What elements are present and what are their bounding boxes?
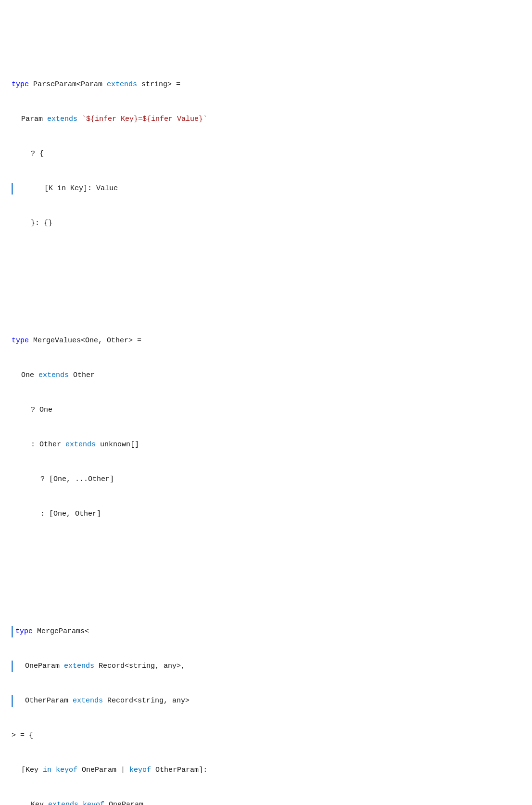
line: type MergeValues<One, Other> = bbox=[12, 335, 520, 347]
line: OtherParam extends Record<string, any> bbox=[12, 695, 520, 707]
vbar bbox=[12, 626, 13, 637]
section-merge-params: type MergeParams< OneParam extends Recor… bbox=[12, 603, 520, 805]
line: [K in Key]: Value bbox=[12, 183, 520, 195]
vbar bbox=[12, 183, 13, 195]
line: Key extends keyof OneParam bbox=[12, 799, 520, 805]
line: One extends Other bbox=[12, 370, 520, 381]
line: : [One, Other] bbox=[12, 508, 520, 520]
line: }: {} bbox=[12, 218, 520, 229]
code-editor: type ParseParam<Param extends string> = … bbox=[12, 10, 520, 805]
line: ? One bbox=[12, 404, 520, 416]
line: ? [One, ...Other] bbox=[12, 474, 520, 485]
section-merge-values: type MergeValues<One, Other> = One exten… bbox=[12, 312, 520, 543]
line: OneParam extends Record<string, any>, bbox=[12, 661, 520, 672]
line: ? { bbox=[12, 148, 520, 160]
line: Param extends `${infer Key}=${infer Valu… bbox=[12, 114, 520, 125]
vbar bbox=[12, 695, 13, 707]
line: > = { bbox=[12, 730, 520, 741]
line: : Other extends unknown[] bbox=[12, 439, 520, 451]
line: [Key in keyof OneParam | keyof OtherPara… bbox=[12, 765, 520, 776]
line: type ParseParam<Param extends string> = bbox=[12, 79, 520, 91]
line: type MergeParams< bbox=[12, 626, 520, 637]
keyword-type: type bbox=[12, 80, 29, 89]
section-parse-param: type ParseParam<Param extends string> = … bbox=[12, 56, 520, 252]
vbar bbox=[12, 661, 13, 672]
